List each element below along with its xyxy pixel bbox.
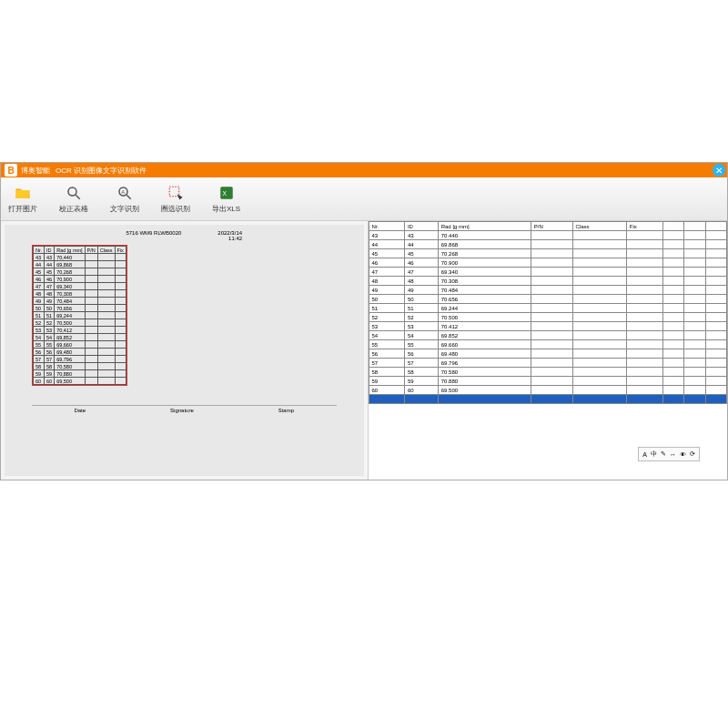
grid-row[interactable]: 606069.500 — [369, 386, 727, 395]
svg-line-3 — [126, 195, 131, 199]
open-image-button[interactable]: 打开图片 — [8, 184, 37, 214]
app-window: B 博奥智能 OCR 识别图像文字识别软件 ✕ 打开图片 校正表格 A 文字识别… — [0, 162, 728, 480]
mini-refresh-button[interactable]: ⟳ — [690, 450, 695, 458]
footer-sig: Signature — [170, 408, 194, 413]
grid-row[interactable]: 555569.660 — [369, 340, 727, 349]
grid-row[interactable]: 565669.480 — [369, 349, 727, 359]
doc-row: 434370,440 — [34, 254, 126, 261]
export-xls-button[interactable]: X 导出XLS — [212, 184, 240, 214]
grid-row[interactable]: 484870.308 — [369, 277, 727, 286]
grid-row[interactable]: 585870.580 — [369, 368, 727, 377]
doc-row: 545469,852 — [34, 334, 126, 341]
close-button[interactable]: ✕ — [713, 164, 725, 177]
doc-header-cell: Nr. — [34, 247, 45, 254]
grid-row[interactable]: 464670.900 — [369, 258, 727, 268]
grid-header-cell[interactable]: ID — [404, 222, 438, 231]
doc-row: 494970,484 — [34, 298, 126, 305]
doc-row: 535370,412 — [34, 327, 126, 334]
result-grid-pane: Nr.IDRad [g mm]P/NClassFix 434370.440444… — [368, 221, 728, 480]
doc-header-cell: Class — [97, 247, 115, 254]
svg-line-1 — [76, 195, 80, 199]
svg-text:X: X — [222, 190, 227, 197]
footer-stamp: Stamp — [278, 408, 294, 413]
export-label: 导出XLS — [212, 204, 240, 214]
titlebar: B 博奥智能 OCR 识别图像文字识别软件 ✕ — [1, 163, 727, 177]
grid-header-cell[interactable]: Rad [g mm] — [438, 222, 531, 231]
grid-row[interactable]: 545469.852 — [369, 331, 727, 340]
doc-table: Nr.IDRad [g mm]P/NClassFix 434370,440444… — [33, 246, 126, 385]
grid-row[interactable]: 575769.796 — [369, 359, 727, 368]
svg-point-0 — [68, 187, 76, 196]
doc-row: 464670,900 — [34, 276, 126, 283]
doc-row: 555569,660 — [34, 341, 126, 349]
doc-header-cell: Fix — [115, 247, 126, 254]
doc-row: 515169,244 — [34, 312, 126, 319]
footer-date: Date — [74, 408, 86, 413]
doc-time: 11:42 — [228, 236, 242, 241]
app-brand: 博奥智能 — [21, 166, 50, 176]
content-area: 5716 WM9 RLWB0020 2022/3/1411:42 Nr.IDRa… — [1, 221, 727, 480]
grid-row[interactable]: 505070.656 — [369, 295, 727, 304]
doc-row: 606069,500 — [34, 378, 126, 385]
doc-row: 484870,308 — [34, 290, 126, 298]
detected-table-region: Nr.IDRad [g mm]P/NClassFix 434370,440444… — [32, 245, 127, 386]
mini-arrow-button[interactable]: ↔ — [670, 451, 676, 458]
doc-row: 454570,268 — [34, 268, 126, 276]
area-ocr-button[interactable]: 圈选识别 — [161, 184, 190, 214]
doc-header-cell: Rad [g mm] — [55, 247, 85, 254]
mini-eye-button[interactable]: 👁 — [680, 451, 686, 458]
app-title: OCR 识别图像文字识别软件 — [56, 166, 147, 176]
grid-row[interactable]: 494970.484 — [369, 286, 727, 295]
grid-header-cell[interactable]: Fix — [626, 222, 662, 231]
ocr-area-label: 圈选识别 — [161, 204, 190, 214]
xls-icon: X — [217, 184, 236, 202]
grid-row[interactable]: 535370.412 — [369, 322, 727, 331]
ocr-text-label: 文字识别 — [110, 204, 139, 214]
doc-header-cell: ID — [45, 247, 55, 254]
grid-row[interactable]: 474769.340 — [369, 268, 727, 277]
grid-row[interactable]: 454570.268 — [369, 249, 727, 258]
correct-label: 校正表格 — [59, 204, 88, 214]
toolbar: 打开图片 校正表格 A 文字识别 圈选识别 X 导出XLS — [1, 177, 727, 221]
correct-table-button[interactable]: 校正表格 — [59, 184, 88, 214]
grid-header-cell[interactable]: Class — [572, 222, 626, 231]
image-preview-pane: 5716 WM9 RLWB0020 2022/3/1411:42 Nr.IDRa… — [1, 221, 368, 480]
select-area-icon — [167, 184, 185, 202]
doc-row: 585870,580 — [34, 363, 126, 370]
doc-row: 505070,656 — [34, 305, 126, 312]
doc-row: 525270,500 — [34, 319, 126, 327]
grid-row[interactable]: 595970.880 — [369, 377, 727, 386]
result-grid[interactable]: Nr.IDRad [g mm]P/NClassFix 434370.440444… — [369, 221, 728, 404]
folder-icon — [14, 184, 32, 202]
doc-row: 474769,340 — [34, 283, 126, 290]
app-logo-icon: B — [5, 164, 17, 177]
text-ocr-button[interactable]: A 文字识别 — [110, 184, 139, 214]
doc-code: 5716 WM9 RLWB0020 — [126, 230, 181, 241]
grid-row[interactable]: 515169.244 — [369, 304, 727, 313]
grid-header-cell[interactable]: P/N — [531, 222, 572, 231]
svg-text:A: A — [121, 189, 125, 195]
grid-row[interactable]: 434370.440 — [369, 231, 727, 240]
open-label: 打开图片 — [8, 204, 37, 214]
mini-a-button[interactable]: A — [642, 451, 647, 458]
grid-header-cell[interactable]: Nr. — [369, 222, 404, 231]
doc-row: 575769,796 — [34, 356, 126, 363]
mini-pen-button[interactable]: ✎ — [661, 450, 666, 458]
grid-row[interactable]: 444469.868 — [369, 240, 727, 249]
grid-selected-row[interactable] — [369, 395, 727, 404]
doc-row: 595970,880 — [34, 370, 126, 378]
doc-row: 565669,480 — [34, 349, 126, 356]
mini-toolbar: A 中 ✎ ↔ 👁 ⟳ — [638, 447, 700, 461]
magnify-text-icon: A — [116, 184, 134, 202]
mini-zh-button[interactable]: 中 — [651, 450, 657, 459]
doc-row: 444469,868 — [34, 261, 126, 268]
doc-header-cell: P/N — [85, 247, 97, 254]
grid-row[interactable]: 525270.500 — [369, 313, 727, 322]
document-image: 5716 WM9 RLWB0020 2022/3/1411:42 Nr.IDRa… — [5, 225, 364, 476]
magnify-icon — [65, 184, 83, 202]
